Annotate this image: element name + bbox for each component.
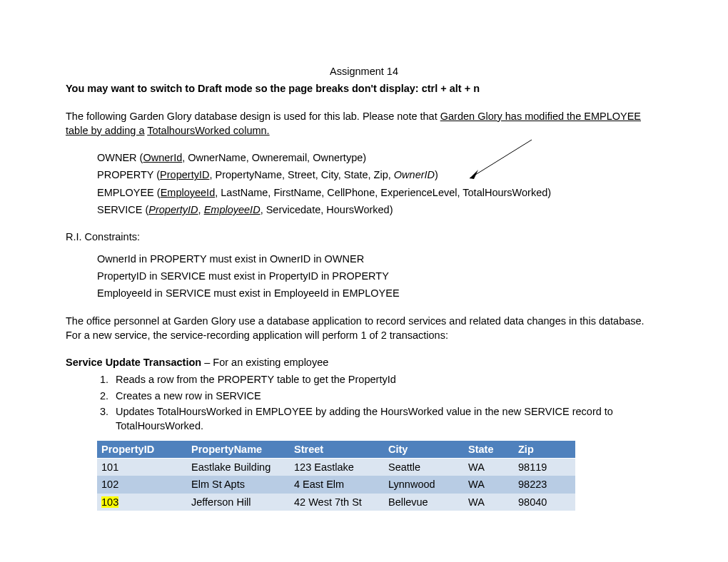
sut-rest: – For an existing employee (201, 357, 328, 368)
cell-propertyname: Elm St Apts (187, 476, 290, 493)
cell-street: 123 Eastlake (290, 458, 384, 476)
ri-constraint: EmployeeId in SERVICE must exist in Empl… (97, 286, 662, 300)
cell-zip: 98119 (514, 458, 575, 476)
col-header-zip: Zip (514, 441, 575, 459)
col-header-propertyid: PropertyID (97, 441, 187, 459)
cell-propertyid: 103 (97, 494, 187, 511)
cell-propertyname: Eastlake Building (187, 458, 290, 476)
schema-fk: EmployeeID (204, 204, 261, 215)
office-paragraph: The office personnel at Garden Glory use… (66, 314, 662, 343)
table-row: 103 Jefferson Hill 42 West 7th St Bellev… (97, 494, 575, 511)
cell-street: 42 West 7th St (290, 494, 384, 511)
table-header-row: PropertyID PropertyName Street City Stat… (97, 441, 575, 459)
table-row: 102 Elm St Apts 4 East Elm Lynnwood WA 9… (97, 476, 575, 493)
schema-text: ) (435, 169, 438, 180)
schema-text: , (198, 204, 204, 215)
steps-list: Reads a row from the PROPERTY table to g… (66, 372, 662, 433)
step-item: Creates a new row in SERVICE (111, 389, 662, 403)
ri-heading: R.I. Constraints: (66, 230, 662, 244)
ri-constraint: OwnerId in PROPERTY must exist in OwnerI… (97, 252, 662, 266)
schema-employee: EMPLOYEE (EmployeeId, LastName, FirstNam… (97, 185, 662, 200)
property-table: PropertyID PropertyName Street City Stat… (97, 441, 575, 511)
document-title: Assignment 14 (66, 64, 662, 78)
cell-state: WA (464, 494, 514, 511)
schema-property: PROPERTY (PropertyID, PropertyName, Stre… (97, 168, 662, 182)
col-header-state: State (464, 441, 514, 459)
cell-propertyname: Jefferson Hill (187, 494, 290, 511)
schema-text: , OwnerName, Owneremail, Ownertype) (182, 152, 366, 163)
col-header-city: City (384, 441, 464, 459)
cell-city: Lynnwood (384, 476, 464, 493)
step-item: Updates TotalHoursWorked in EMPLOYEE by … (111, 404, 662, 434)
schema-text: , Servicedate, HoursWorked) (261, 204, 393, 215)
cell-street: 4 East Elm (290, 476, 384, 493)
cell-propertyid: 101 (97, 458, 187, 476)
schema-block: OWNER (OwnerId, OwnerName, Owneremail, O… (97, 150, 662, 217)
cell-zip: 98040 (514, 494, 575, 511)
draft-mode-hint: You may want to switch to Draft mode so … (66, 81, 662, 96)
cell-zip: 98223 (514, 476, 575, 493)
schema-owner: OWNER (OwnerId, OwnerName, Owneremail, O… (97, 150, 662, 165)
cell-state: WA (464, 458, 514, 476)
schema-pk: EmployeeId (161, 187, 216, 198)
cell-propertyid: 102 (97, 476, 187, 493)
service-update-heading: Service Update Transaction – For an exis… (66, 355, 662, 369)
col-header-propertyname: PropertyName (187, 441, 290, 459)
intro-paragraph: The following Garden Glory database desi… (66, 109, 662, 138)
col-header-street: Street (290, 441, 384, 459)
schema-fk: PropertyID (148, 204, 198, 215)
schema-fk: OwnerID (394, 169, 435, 180)
schema-text: OWNER ( (97, 152, 143, 163)
ri-block: OwnerId in PROPERTY must exist in OwnerI… (97, 252, 662, 301)
highlighted-value: 103 (101, 496, 118, 508)
step-item: Reads a row from the PROPERTY table to g… (111, 372, 662, 387)
schema-text: PROPERTY ( (97, 169, 160, 180)
schema-text: EMPLOYEE ( (97, 187, 161, 198)
intro-text-pre: The following Garden Glory database desi… (66, 111, 440, 122)
intro-underline-2: TotalhoursWorked column. (147, 125, 269, 136)
schema-service: SERVICE (PropertyID, EmployeeID, Service… (97, 203, 662, 217)
schema-text: , LastName, FirstName, CellPhone, Experi… (215, 187, 551, 198)
schema-pk: PropertyID (160, 169, 209, 180)
table-row: 101 Eastlake Building 123 Eastlake Seatt… (97, 458, 575, 476)
schema-text: , PropertyName, Street, City, State, Zip… (209, 169, 393, 180)
cell-state: WA (464, 476, 514, 493)
schema-text: SERVICE ( (97, 204, 148, 215)
sut-bold: Service Update Transaction (66, 357, 201, 368)
cell-city: Seattle (384, 458, 464, 476)
cell-city: Bellevue (384, 494, 464, 511)
schema-pk: OwnerId (143, 152, 182, 163)
ri-constraint: PropertyID in SERVICE must exist in Prop… (97, 269, 662, 283)
